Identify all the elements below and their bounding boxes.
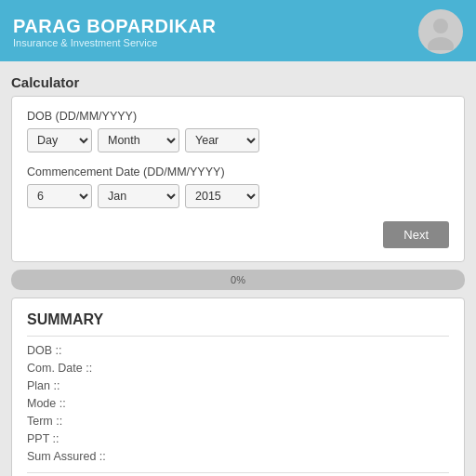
avatar xyxy=(418,9,463,54)
summary-mode: Mode :: xyxy=(27,397,449,410)
body: Calculator DOB (DD/MM/YYYY) Day 1234 567… xyxy=(0,61,476,476)
progress-bar: 0% xyxy=(11,270,465,290)
summary-dob: DOB :: xyxy=(27,344,449,357)
next-button[interactable]: Next xyxy=(383,221,449,248)
summary-term: Term :: xyxy=(27,415,449,428)
summary-card: SUMMARY DOB :: Com. Date :: Plan :: Mode… xyxy=(11,298,465,476)
svg-point-0 xyxy=(433,19,448,33)
summary-plan: Plan :: xyxy=(27,379,449,392)
app-title: PARAG BOPARDIKAR xyxy=(13,16,216,37)
dob-day-select[interactable]: Day 1234 5678 9101112 13141516 17181920 … xyxy=(27,128,92,152)
commencement-row: 1234 5678 9101112 13141516 17181920 2122… xyxy=(27,184,449,208)
header: PARAG BOPARDIKAR Insurance & Investment … xyxy=(0,0,476,61)
calculator-card: DOB (DD/MM/YYYY) Day 1234 5678 9101112 1… xyxy=(11,96,465,262)
summary-title: SUMMARY xyxy=(27,311,449,328)
svg-point-1 xyxy=(428,37,454,50)
progress-label: 0% xyxy=(231,274,245,285)
commencement-label: Commencement Date (DD/MM/YYYY) xyxy=(27,165,449,178)
comm-month-select[interactable]: JanFebMarApr MayJunJulAug SepOctNovDec xyxy=(98,184,179,208)
dob-month-select[interactable]: Month JanFebMarApr MayJunJulAug SepOctNo… xyxy=(98,128,179,152)
summary-com-date: Com. Date :: xyxy=(27,362,449,375)
dob-row: Day 1234 5678 9101112 13141516 17181920 … xyxy=(27,128,449,152)
summary-ppt: PPT :: xyxy=(27,432,449,445)
avatar-icon xyxy=(422,13,459,50)
header-text: PARAG BOPARDIKAR Insurance & Investment … xyxy=(13,16,216,48)
dob-label: DOB (DD/MM/YYYY) xyxy=(27,110,449,123)
app-subtitle: Insurance & Investment Service xyxy=(13,37,216,48)
next-row: Next xyxy=(27,221,449,248)
summary-sum-assured: Sum Assured :: xyxy=(27,450,449,463)
dob-year-select[interactable]: Year 1950195519601965 1970197519801985 1… xyxy=(185,128,259,152)
comm-year-select[interactable]: 201320142015 201620172018 xyxy=(185,184,259,208)
calculator-section-title: Calculator xyxy=(11,71,465,90)
comm-day-select[interactable]: 1234 5678 9101112 13141516 17181920 2122… xyxy=(27,184,92,208)
summary-top-divider xyxy=(27,336,449,337)
summary-bottom-divider xyxy=(27,472,449,473)
